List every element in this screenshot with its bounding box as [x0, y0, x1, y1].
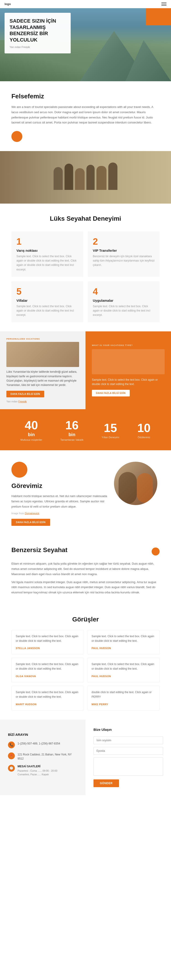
stat-number-0: 40	[21, 418, 42, 432]
review-author-5: MIKE PERRY	[92, 703, 108, 706]
luxury-title-4: Uygulamalar	[93, 299, 155, 302]
luxury-text-3: Sample text. Click to select the text bo…	[16, 304, 78, 317]
luxury-title-3: Villalar	[16, 299, 78, 302]
reviews-heading: Görüşler	[11, 616, 160, 623]
luxury-heading: Lüks Seyahat Deneyimi	[11, 215, 160, 222]
group-photo-people	[54, 162, 117, 192]
review-author-3: PAUL HUDSON	[92, 675, 111, 678]
stat-item-2: 15 Yılları Deneyimi	[102, 421, 119, 439]
review-card-3: Sample text. Click to select the text bo…	[87, 658, 160, 682]
philosophy-section: Felsefemiz We are a team of tourist spec…	[0, 81, 171, 151]
review-text-2: Sample text. Click to select the text bo…	[16, 662, 79, 671]
stat-label-2: Yılları Deneyimi	[102, 436, 119, 439]
mission-big-circle	[11, 462, 27, 478]
stat-label-3: Ödüllerimiz	[137, 436, 150, 439]
mission-text: Habitant morbi tristique senectus et. Ne…	[11, 494, 107, 509]
personalized-right-text: Sample text. Click to select the text bo…	[92, 378, 165, 387]
contact-submit-btn[interactable]: GÖNDER	[93, 780, 119, 787]
hours-line-2: Cumartesi, Pazar...... Kapalı	[17, 773, 57, 776]
luxury-item-3: 5 Villalar Sample text. Click to select …	[11, 282, 83, 323]
review-author-1: PAUL HUDSON	[92, 647, 111, 649]
contact-right-heading: Bize Ulaşın	[93, 728, 163, 732]
phone-icon-circle: 📞	[8, 741, 15, 748]
review-card-2: Sample text. Click to select the text bo…	[11, 658, 84, 682]
stat-number-1: 16	[60, 418, 84, 432]
luxury-grid: 1 Varış noktası Sample text. Click to se…	[11, 231, 160, 322]
review-text-1: Sample text. Click to select the text bo…	[92, 634, 155, 643]
reviews-section: Görüşler Sample text. Click to select th…	[0, 605, 171, 720]
contact-section: BİZİ ARAYIN 📞 1-(256)-507-489, 1-(256)-9…	[0, 720, 171, 795]
contact-email-input[interactable]	[93, 747, 163, 755]
personalized-left-tag: PERSONALIZED VACATIONS	[6, 338, 79, 340]
hero-orange-accent	[146, 8, 171, 25]
mission-heading: Görevimiz	[11, 482, 107, 490]
contact-phone-item: 📞 1-(256)-507-489, 1-(256)-987-8354	[8, 741, 78, 748]
contact-name-input[interactable]	[93, 737, 163, 744]
unique-orange-dot	[152, 547, 160, 555]
luxury-item-2: 2 VIP Transferler Benzersiz bir deneyim …	[88, 231, 160, 277]
address-icon-circle: 📍	[8, 752, 15, 759]
personalized-credit-link[interactable]: Freepik	[18, 400, 27, 403]
contact-message-input[interactable]	[93, 757, 163, 776]
philosophy-text: We are a team of tourist specialists pas…	[11, 105, 160, 125]
mission-section: Görevimiz Habitant morbi tristique senec…	[0, 450, 171, 535]
luxury-item-4: 4 Uygulamalar Sample text. Click to sele…	[88, 282, 160, 323]
stat-label-1: Tamamlanan Vakalık	[60, 438, 84, 441]
luxury-text-2: Benzersiz bir deneyim için birçok özel s…	[93, 254, 155, 267]
group-photo-section	[0, 151, 171, 204]
stat-number-2: 15	[102, 421, 119, 435]
review-author-4: MARIT HUDSON	[16, 703, 37, 706]
stats-section: 40 bin Mutlusuz müşteriler 16 bin Tamaml…	[0, 409, 171, 450]
hero-section: SADECE SIZIN İÇİN TASARLANMIŞ BENZERSİZ …	[0, 8, 171, 81]
stat-item-0: 40 bin Mutlusuz müşteriler	[21, 418, 42, 441]
luxury-text-4: Sample text. Click to select the text bo…	[93, 304, 155, 317]
mission-credit: Image from Domainquick	[11, 512, 107, 515]
contact-address-item: 📍 121 Rock Caddesi, 21 Baharı, New York,…	[8, 752, 78, 760]
mission-btn[interactable]: DAHA FAZLA BİLGİ EDİN	[11, 519, 50, 526]
contact-left-title: BİZİ ARAYIN	[8, 733, 78, 737]
personalized-section: PERSONALIZED VACATIONS Lüks Yunanistan'd…	[0, 331, 171, 409]
luxury-number-2: 2	[93, 237, 155, 247]
review-text-3: Sample text. Click to select the text bo…	[92, 662, 155, 671]
mission-circle-photo	[114, 462, 157, 505]
unique-header: Benzersiz Seyahat	[11, 546, 160, 555]
stat-number-3: 10	[137, 421, 150, 435]
personalized-right-photo	[92, 349, 165, 374]
mission-right	[114, 462, 160, 505]
luxury-number-3: 5	[16, 286, 78, 297]
hamburger-menu[interactable]	[162, 3, 166, 6]
stat-item-3: 10 Ödüllerimiz	[137, 421, 150, 439]
logo: logo	[5, 2, 11, 6]
unique-heading: Benzersiz Seyahat	[11, 546, 68, 554]
personalized-credit: Yan ından Freepik	[6, 400, 79, 403]
luxury-item-1: 1 Varış noktası Sample text. Click to se…	[11, 231, 83, 277]
personalized-right: WHAT IS YOUR VACATIONS TYPE? Sample text…	[86, 331, 171, 409]
contact-address-text: 121 Rock Caddesi, 21 Baharı, New York, N…	[17, 752, 78, 760]
hours-title: MESAİ SAATLERİ	[17, 765, 57, 768]
review-text-0: Sample text. Click to select the text bo…	[16, 634, 79, 643]
stat-unit-0: bin	[28, 432, 35, 437]
review-author-0: STELLA JANSSON	[16, 647, 40, 649]
stat-item-1: 16 bin Tamamlanan Vakalık	[60, 418, 84, 441]
luxury-title-2: VIP Transferler	[93, 248, 155, 252]
luxury-section: Lüks Seyahat Deneyimi 1 Varış noktası Sa…	[0, 204, 171, 331]
personalized-photo	[6, 342, 79, 367]
personalized-right-btn[interactable]: DAHA FAZLA BİLGİ EDİN	[92, 390, 130, 396]
review-author-2: OLGA IVANOVA	[16, 675, 36, 678]
luxury-number-4: 4	[93, 286, 155, 297]
luxury-number-1: 1	[16, 237, 78, 247]
hours-line-1: Pazartesi - Cuma ...... 09:00 - 20:00	[17, 769, 57, 773]
mission-left: Görevimiz Habitant morbi tristique senec…	[11, 462, 114, 526]
personalized-left-btn[interactable]: DAHA FAZLA BİLGİ EDİN	[6, 391, 44, 397]
reviews-grid: Sample text. Click to select the text bo…	[11, 630, 160, 711]
review-card-4: Sample text. Click to select the text bo…	[11, 686, 84, 711]
contact-left-panel: BİZİ ARAYIN 📞 1-(256)-507-489, 1-(256)-9…	[0, 720, 86, 795]
unique-text-2: Vel ligula maximi soluta imperdiet integ…	[11, 580, 160, 595]
unique-text-1: Etiam et minimum aliquam, çok fazla yoll…	[11, 561, 160, 577]
mission-credit-link[interactable]: Domainquick	[25, 512, 40, 515]
philosophy-circle	[11, 131, 22, 142]
hero-subtitle: Yan ından Freepik	[10, 46, 66, 48]
review-text-5: double click to start editing the text. …	[92, 690, 155, 699]
contact-phone-text: 1-(256)-507-489, 1-(256)-987-8354	[17, 741, 60, 746]
contact-right-panel: Bize Ulaşın GÖNDER	[86, 720, 171, 795]
